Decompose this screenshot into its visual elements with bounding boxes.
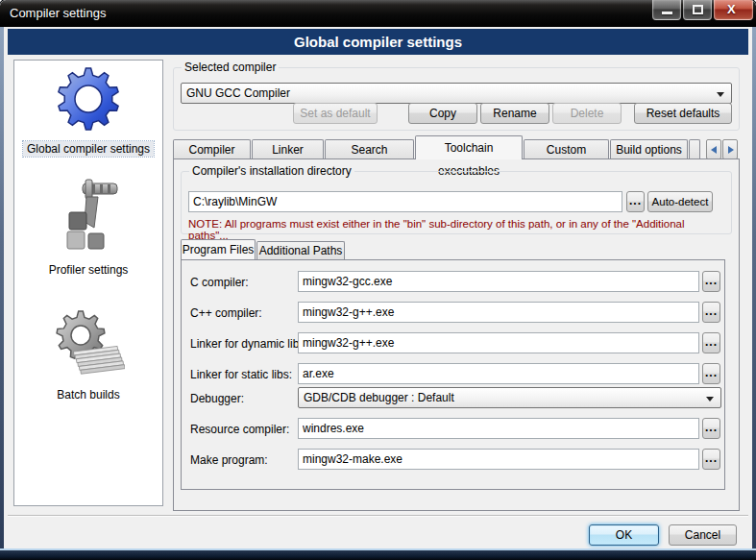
c-compiler-browse-button[interactable]: ... [702, 271, 720, 292]
field-label: C++ compiler: [190, 306, 262, 320]
field-label: Debugger: [190, 392, 244, 405]
reset-defaults-button[interactable]: Reset defaults [634, 103, 732, 124]
restore-icon [693, 5, 703, 14]
profiler-caliper-icon [54, 178, 123, 256]
chevron-down-icon [717, 92, 724, 97]
c-compiler-input[interactable] [298, 271, 699, 292]
make-program-browse-button[interactable]: ... [702, 449, 720, 470]
field-label: Resource compiler: [190, 423, 289, 436]
titlebar: Compiler settings X [0, 0, 756, 27]
arrow-left-icon [711, 146, 717, 154]
tab-partial-next[interactable] [689, 139, 700, 159]
selected-compiler-group-label: Selected compiler [182, 61, 279, 74]
field-label: Make program: [190, 453, 268, 467]
close-icon: X [727, 2, 736, 16]
delete-button: Delete [552, 103, 622, 124]
tab-scroll-right-button[interactable] [722, 139, 738, 159]
blue-gear-icon [55, 64, 122, 135]
page-title: Global compiler settings [8, 29, 748, 55]
tab-build-options[interactable]: Build options [610, 139, 688, 159]
compiler-select[interactable]: GNU GCC Compiler [181, 83, 732, 104]
window-title: Compiler settings [10, 6, 106, 20]
settings-category-list: Global compiler settings Profiler settin… [13, 60, 163, 506]
sidebar-item-global-compiler-settings[interactable]: Global compiler settings [14, 64, 162, 157]
installation-directory-input[interactable] [188, 191, 622, 212]
tab-custom-variables[interactable]: Custom variables [524, 139, 609, 159]
close-button[interactable]: X [714, 0, 753, 20]
resource-compiler-input[interactable] [298, 418, 699, 439]
tab-compiler-settings[interactable]: Compiler settings [173, 139, 251, 159]
set-as-default-button: Set as default [293, 103, 378, 124]
tab-toolchain-executables[interactable]: Toolchain executables [415, 135, 523, 159]
dynamic-linker-input[interactable] [298, 332, 699, 353]
debugger-select[interactable]: GDB/CDB debugger : Default [298, 387, 721, 408]
batch-builds-gear-icon [52, 308, 125, 381]
cpp-compiler-input[interactable] [298, 302, 699, 323]
sidebar-item-label: Batch builds [53, 387, 123, 402]
tab-linker-settings[interactable]: Linker settings [252, 139, 324, 159]
window-frame-right [752, 27, 756, 548]
footer-separator [8, 515, 748, 517]
subtab-additional-paths[interactable]: Additional Paths [256, 241, 345, 259]
resource-compiler-browse-button[interactable]: ... [702, 418, 720, 439]
chevron-down-icon [706, 397, 714, 402]
sidebar-item-label: Profiler settings [45, 262, 133, 278]
field-label: C compiler: [190, 276, 249, 289]
debugger-select-value: GDB/CDB debugger : Default [304, 391, 454, 404]
minimize-icon [662, 12, 672, 14]
static-linker-browse-button[interactable]: ... [702, 363, 720, 384]
installation-note: NOTE: All programs must exist either in … [188, 218, 726, 241]
auto-detect-button[interactable]: Auto-detect [647, 191, 713, 212]
compiler-select-value: GNU GCC Compiler [186, 86, 290, 100]
make-program-input[interactable] [298, 449, 699, 470]
field-label: Linker for dynamic libs: [190, 337, 308, 351]
installation-directory-browse-button[interactable]: ... [626, 191, 645, 212]
rename-button[interactable]: Rename [480, 103, 549, 124]
sidebar-item-profiler-settings[interactable]: Profiler settings [14, 178, 162, 278]
cancel-button[interactable]: Cancel [669, 524, 737, 546]
tab-search-directories[interactable]: Search directories [325, 139, 414, 159]
static-linker-input[interactable] [298, 363, 699, 384]
window-frame-left [0, 27, 4, 548]
subtab-program-files[interactable]: Program Files [181, 239, 256, 259]
minimize-button[interactable] [652, 0, 681, 20]
dynamic-linker-browse-button[interactable]: ... [702, 332, 720, 353]
compiler-settings-dialog: Compiler settings X Global compiler sett… [0, 0, 756, 560]
field-label: Linker for static libs: [190, 368, 292, 381]
installation-directory-group-label: Compiler's installation directory [189, 164, 354, 178]
restore-button[interactable] [683, 0, 712, 20]
sidebar-item-batch-builds[interactable]: Batch builds [14, 308, 162, 402]
tab-scroll-left-button[interactable] [706, 139, 721, 159]
window-frame-bottom [0, 548, 756, 560]
sidebar-item-label: Global compiler settings [23, 141, 154, 157]
copy-button[interactable]: Copy [408, 103, 477, 124]
cpp-compiler-browse-button[interactable]: ... [702, 302, 720, 323]
ok-button[interactable]: OK [589, 524, 659, 546]
arrow-right-icon [728, 146, 734, 154]
